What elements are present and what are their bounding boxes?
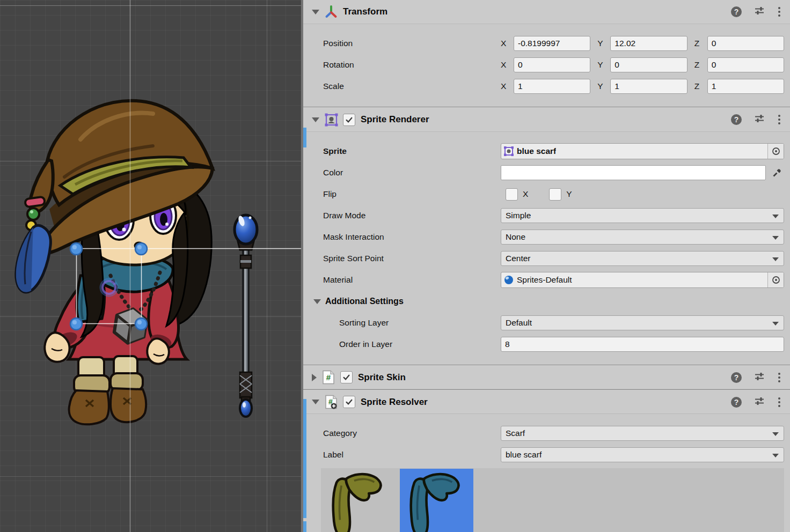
label-dropdown[interactable]: blue scarf <box>501 447 784 462</box>
category-label: Category <box>323 428 501 438</box>
position-z-field[interactable] <box>707 36 784 51</box>
scene-view[interactable] <box>0 0 301 532</box>
sorting-layer-label: Sorting Layer <box>323 318 501 328</box>
prefab-override-bar <box>303 521 306 532</box>
script-icon: # <box>321 370 336 385</box>
sprite-sort-point-row: Sprite Sort Point Center <box>303 250 784 267</box>
sprite-variant-blue-scarf[interactable] <box>400 469 473 532</box>
presets-icon[interactable] <box>754 113 765 126</box>
position-x-field[interactable] <box>514 36 590 51</box>
presets-icon[interactable] <box>754 5 765 18</box>
sprite-renderer-header[interactable]: Sprite Renderer ? <box>303 108 790 132</box>
sprite-sort-point-label: Sprite Sort Point <box>323 254 501 263</box>
sprite-sort-point-dropdown[interactable]: Center <box>501 251 784 266</box>
object-picker-icon[interactable] <box>767 272 784 287</box>
presets-icon[interactable] <box>754 396 765 409</box>
sorting-layer-dropdown[interactable]: Default <box>501 315 784 330</box>
position-y-field[interactable] <box>610 36 687 51</box>
label-label: Label <box>323 450 501 460</box>
material-row: Material Sprites-Default <box>303 272 784 288</box>
foldout-open-icon[interactable] <box>312 400 319 404</box>
axis-y-label: Y <box>597 39 610 48</box>
additional-settings-foldout[interactable]: Additional Settings <box>303 294 784 308</box>
component-enabled-checkbox[interactable] <box>343 396 355 408</box>
more-menu-icon[interactable] <box>777 114 781 125</box>
help-icon[interactable]: ? <box>731 397 742 408</box>
sorting-layer-row: Sorting Layer Default <box>303 315 784 331</box>
mask-interaction-label: Mask Interaction <box>323 232 501 242</box>
axis-y-label: Y <box>597 60 610 70</box>
transform-component: Transform ? Position X Y Z <box>303 0 790 107</box>
scale-y-field[interactable] <box>610 79 687 94</box>
label-row: Label blue scarf <box>303 447 784 463</box>
script-plus-icon: # <box>324 395 339 410</box>
flip-label: Flip <box>323 189 501 199</box>
more-menu-icon[interactable] <box>777 396 781 408</box>
component-enabled-checkbox[interactable] <box>343 114 355 126</box>
order-in-layer-label: Order in Layer <box>323 339 501 349</box>
more-menu-icon[interactable] <box>777 372 781 383</box>
selection-handle[interactable] <box>70 243 82 255</box>
sprite-resolver-component: # Sprite Resolver ? <box>303 390 790 532</box>
rotation-z-field[interactable] <box>707 57 784 72</box>
rotation-x-field[interactable] <box>514 57 590 72</box>
sprite-skin-component: # Sprite Skin ? <box>303 366 790 389</box>
category-dropdown[interactable]: Scarf <box>501 426 784 441</box>
position-label: Position <box>323 39 501 48</box>
scale-row: Scale X Y Z <box>303 78 784 94</box>
scale-label: Scale <box>323 82 501 91</box>
rotation-y-field[interactable] <box>610 57 687 72</box>
axis-z-label: Z <box>694 39 707 48</box>
chevron-down-icon <box>772 236 779 240</box>
foldout-open-icon[interactable] <box>313 299 321 304</box>
axis-z-label: Z <box>694 60 707 70</box>
scale-x-field[interactable] <box>514 79 590 94</box>
character-sprite <box>16 101 213 425</box>
foldout-open-icon[interactable] <box>312 10 319 14</box>
sprite-renderer-component: Sprite Renderer ? Sprite <box>303 108 790 365</box>
color-row: Color <box>303 165 784 181</box>
inspector-panel: Transform ? Position X Y Z <box>303 0 790 532</box>
sprite-variant-green-scarf[interactable] <box>322 469 396 532</box>
material-object-field[interactable]: Sprites-Default <box>501 272 784 288</box>
help-icon[interactable]: ? <box>731 6 742 17</box>
help-icon[interactable]: ? <box>731 372 742 383</box>
axis-z-label: Z <box>694 82 707 91</box>
material-label: Material <box>323 275 501 285</box>
selection-handle[interactable] <box>135 243 147 255</box>
sprite-resolver-header[interactable]: # Sprite Resolver ? <box>303 390 790 414</box>
object-picker-icon[interactable] <box>767 144 784 159</box>
chevron-down-icon <box>772 257 779 261</box>
material-sphere-icon <box>503 275 514 285</box>
staff-sprite <box>235 215 257 417</box>
order-in-layer-field[interactable] <box>501 337 784 352</box>
category-row: Category Scarf <box>303 425 784 441</box>
foldout-closed-icon[interactable] <box>312 374 317 381</box>
presets-icon[interactable] <box>754 371 765 384</box>
eyedropper-icon[interactable] <box>769 165 784 180</box>
scale-z-field[interactable] <box>707 79 784 94</box>
draw-mode-dropdown[interactable]: Simple <box>501 208 784 223</box>
selection-handle[interactable] <box>70 318 82 330</box>
color-swatch[interactable] <box>501 165 766 180</box>
sprite-asset-icon <box>503 146 514 157</box>
unity-editor-window: Transform ? Position X Y Z <box>0 0 790 532</box>
mask-interaction-dropdown[interactable]: None <box>501 230 784 245</box>
more-menu-icon[interactable] <box>777 6 781 18</box>
flip-y-checkbox[interactable] <box>549 188 561 201</box>
component-enabled-checkbox[interactable] <box>340 371 353 383</box>
sprite-skin-header[interactable]: # Sprite Skin ? <box>303 366 790 389</box>
order-in-layer-row: Order in Layer <box>303 336 784 352</box>
transform-header[interactable]: Transform ? <box>303 0 790 24</box>
position-row: Position X Y Z <box>303 35 784 51</box>
sprite-row: Sprite blue scarf <box>303 143 784 159</box>
selection-handle[interactable] <box>135 318 147 330</box>
component-title: Transform <box>343 6 387 17</box>
flip-x-checkbox[interactable] <box>506 188 518 201</box>
foldout-open-icon[interactable] <box>312 117 319 122</box>
color-label: Color <box>323 168 501 178</box>
chevron-down-icon <box>772 454 779 457</box>
help-icon[interactable]: ? <box>731 114 742 125</box>
sprite-object-field[interactable]: blue scarf <box>501 143 784 159</box>
chevron-down-icon <box>772 432 779 436</box>
